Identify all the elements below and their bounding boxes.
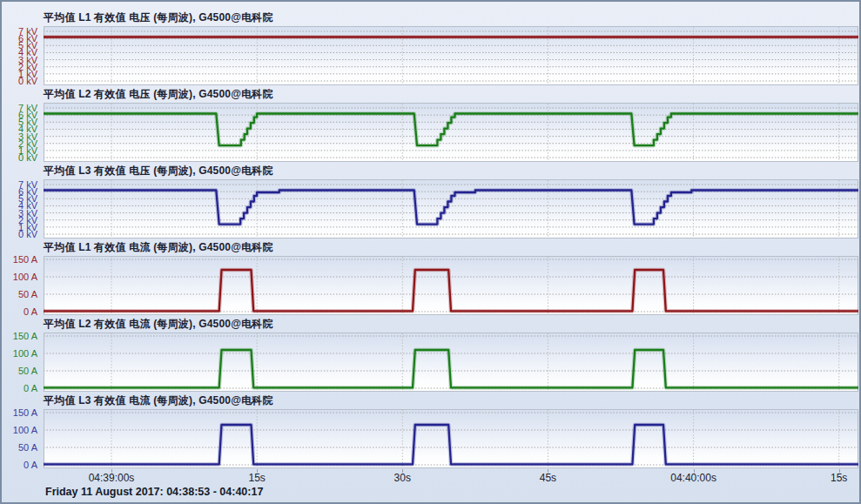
panel-title-l3-voltage: 平均值 L3 有效值 电压 (每周波), G4500@电科院 [44,163,859,179]
y-tick-label: 100 A [13,272,37,282]
panel-body: 7 kV6 kV5 kV4 kV3 kV2 kV1 kV0 kV [2,26,859,85]
panel-body: 7 kV6 kV5 kV4 kV3 kV2 kV1 kV0 kV [2,103,859,162]
plot-l1-current [44,256,858,315]
y-tick-label: 50 A [18,443,37,453]
panel-body: 150 A100 A50 A0 A [2,256,859,315]
y-tick-label: 100 A [13,349,37,359]
panel-l3-voltage: 平均值 L3 有效值 电压 (每周波), G4500@电科院 7 kV6 kV5… [2,163,859,239]
panel-l3-current: 平均值 L3 有效值 电流 (每周波), G4500@电科院 150 A100 … [2,393,859,468]
panel-l1-voltage: 平均值 L1 有效值 电压 (每周波), G4500@电科院 7 kV6 kV5… [2,10,859,85]
y-tick-label: 0 kV [18,230,37,239]
y-tick-label: 0 A [24,384,37,393]
y-tick-label: 50 A [18,366,37,376]
y-tick-label: 100 A [13,426,37,435]
panel-title-l2-voltage: 平均值 L2 有效值 电压 (每周波), G4500@电科院 [44,86,859,103]
y-axis-l1-voltage: 7 kV6 kV5 kV4 kV3 kV2 kV1 kV0 kV [2,26,40,85]
y-axis-l3-voltage: 7 kV6 kV5 kV4 kV3 kV2 kV1 kV0 kV [2,179,40,239]
x-tick-label: 04:39:00s [89,472,135,484]
y-tick-label: 50 A [18,290,37,299]
panel-l2-current: 平均值 L2 有效值 电流 (每周波), G4500@电科院 150 A100 … [2,316,859,392]
panel-body: 150 A100 A50 A0 A [2,409,859,468]
panel-l2-voltage: 平均值 L2 有效值 电压 (每周波), G4500@电科院 7 kV6 kV5… [2,86,859,162]
y-tick-label: 150 A [13,255,37,265]
trace-2 [44,191,858,225]
x-tick-label: 45s [540,472,556,484]
y-tick-label: 0 A [24,307,37,317]
y-axis-l1-current: 150 A100 A50 A0 A [2,256,40,315]
trend-panels: 平均值 L1 有效值 电压 (每周波), G4500@电科院 7 kV6 kV5… [2,10,859,468]
y-tick-label: 150 A [13,408,37,418]
y-axis-l3-current: 150 A100 A50 A0 A [2,409,40,468]
y-axis-l2-current: 150 A100 A50 A0 A [2,333,40,392]
plot-l2-current [44,333,858,392]
panel-body: 150 A100 A50 A0 A [2,333,859,392]
panel-title-l2-current: 平均值 L2 有效值 电流 (每周波), G4500@电科院 [44,316,859,333]
panel-body: 7 kV6 kV5 kV4 kV3 kV2 kV1 kV0 kV [2,179,859,239]
plot-l1-voltage [44,26,858,85]
panel-title-l1-voltage: 平均值 L1 有效值 电压 (每周波), G4500@电科院 [44,10,859,26]
x-tick-label: 15s [831,472,847,484]
y-tick-label: 0 kV [18,77,37,86]
plot-l3-current [44,409,858,468]
y-tick-label: 0 kV [18,153,37,163]
time-range-label: Friday 11 August 2017: 04:38:53 - 04:40:… [45,486,859,498]
y-tick-label: 0 A [24,460,37,470]
y-tick-label: 150 A [13,332,37,341]
y-axis-l2-voltage: 7 kV6 kV5 kV4 kV3 kV2 kV1 kV0 kV [2,103,40,162]
x-tick-label: 15s [248,472,265,484]
panel-title-l3-current: 平均值 L3 有效值 电流 (每周波), G4500@电科院 [44,393,859,409]
plot-l2-voltage [44,103,858,162]
trend-viewer-window: 平均值 L1 有效值 电压 (每周波), G4500@电科院 7 kV6 kV5… [0,0,861,504]
panel-l1-current: 平均值 L1 有效值 电流 (每周波), G4500@电科院 150 A100 … [2,239,859,315]
panel-title-l1-current: 平均值 L1 有效值 电流 (每周波), G4500@电科院 [44,239,859,256]
x-tick-label: 30s [394,472,411,484]
x-tick-label: 04:40:00s [670,472,716,484]
x-axis: 04:39:00s15s30s45s04:40:00s15s [44,469,858,484]
plot-l3-voltage [44,179,858,239]
